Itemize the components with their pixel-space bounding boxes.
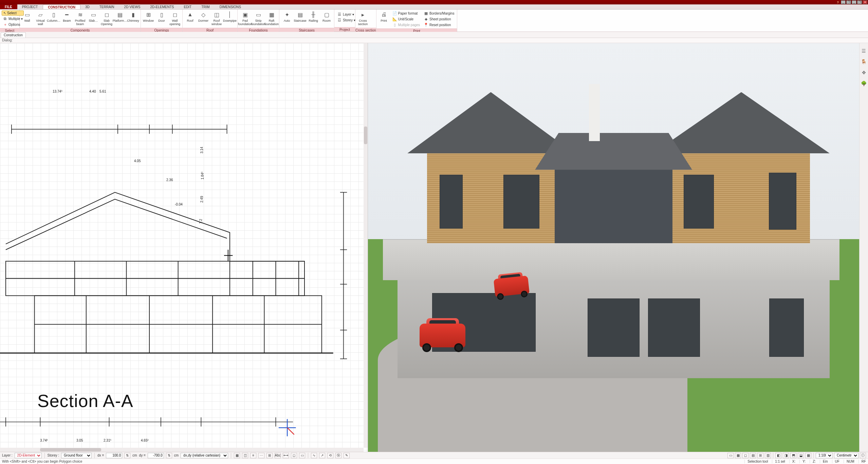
- snap-tool-12[interactable]: ✎: [344, 453, 350, 458]
- chimney-button[interactable]: ▮Chimney: [127, 10, 140, 27]
- borders-margins-button[interactable]: ▦Borders/Margins: [423, 11, 455, 16]
- tab-construction[interactable]: CONSTRUCTION: [43, 4, 80, 9]
- view-tool-7[interactable]: ◧: [775, 453, 781, 458]
- dim-right-a: 3.14: [200, 147, 204, 153]
- snap-tool-abc[interactable]: Abc: [275, 453, 281, 458]
- layer-dropdown[interactable]: ☰Layer ▾: [336, 12, 356, 17]
- tab-edit[interactable]: EDIT: [179, 4, 197, 9]
- dormer-button[interactable]: ◇Dormer: [197, 10, 210, 27]
- property-bar: Layer : 2D-Elemente Storey : Ground floo…: [0, 452, 868, 459]
- view-tool-10[interactable]: ⬓: [798, 453, 804, 458]
- staircase-button[interactable]: ▤Staircase: [294, 10, 307, 27]
- window-restore-small[interactable]: ❐: [857, 0, 862, 4]
- v-scroll-thumb[interactable]: [364, 127, 367, 144]
- h-scroll-thumb[interactable]: [40, 448, 101, 451]
- 3d-view-pane[interactable]: [368, 43, 859, 452]
- cross-section-button[interactable]: ▸ Cross section: [356, 10, 369, 27]
- snap-tool-3[interactable]: ≡: [250, 453, 256, 458]
- paper-format-button[interactable]: 📄Paper format: [391, 11, 421, 16]
- slab-opening-icon: ◻: [103, 11, 110, 18]
- slab-button[interactable]: ▭Slab…: [87, 10, 100, 27]
- view-tool-6[interactable]: ▥: [765, 453, 771, 458]
- snap-tool-11[interactable]: ⟲: [327, 453, 333, 458]
- chimney: [589, 84, 600, 141]
- snap-tool-9[interactable]: ∿: [311, 453, 317, 458]
- view-tool-1[interactable]: ▭: [727, 453, 734, 458]
- slab-opening-button[interactable]: ◻Slab Opening: [100, 10, 113, 27]
- wall-opening-button[interactable]: ◻Wall opening: [168, 10, 181, 27]
- virtual-wall-button[interactable]: ▱Virtual wall: [34, 10, 47, 27]
- coord-mode-select[interactable]: dx,dy (relative cartesian): [181, 453, 228, 458]
- level-3: -0.04: [175, 202, 183, 206]
- snap-tool-5[interactable]: ⊞: [266, 453, 273, 458]
- storey-dropdown[interactable]: ☲Storey ▾: [336, 17, 356, 23]
- info-tool[interactable]: ⓘ: [860, 453, 866, 458]
- chair-icon[interactable]: 🪑: [861, 59, 867, 65]
- roof-window-button[interactable]: ◫Roof window: [210, 10, 223, 27]
- help-icon[interactable]: ?: [837, 1, 839, 4]
- snap-tool-n[interactable]: Ⓝ: [335, 453, 341, 458]
- tree-icon[interactable]: 🌳: [861, 80, 867, 86]
- profiled-beam-button[interactable]: ≋Profiled beam: [74, 10, 87, 27]
- reset-position-button[interactable]: 📍Reset position: [423, 22, 455, 27]
- tab-2d-elements[interactable]: 2D-ELEMENTS: [145, 4, 179, 9]
- platform-button[interactable]: ▤Platform…: [113, 10, 126, 27]
- scale-select[interactable]: 1:100: [816, 453, 833, 458]
- railing-button[interactable]: ╫Railing: [307, 10, 320, 27]
- view-tool-3[interactable]: ◻: [742, 453, 749, 458]
- auto-button[interactable]: ✦Auto: [280, 10, 293, 27]
- room-button[interactable]: ▢Room: [320, 10, 333, 27]
- section-view-pane[interactable]: 13.74⁵ 4.40 5.61 4.05 2.36 -0.04 3.14 1.…: [0, 43, 368, 452]
- print-button[interactable]: 🖨 Print: [377, 10, 390, 27]
- downpipe-button[interactable]: │Downpipe: [223, 10, 236, 27]
- maximize-button[interactable]: ❐: [846, 0, 851, 4]
- view-tool-11[interactable]: ▦: [805, 453, 811, 458]
- tab-terrain[interactable]: TERRAIN: [95, 4, 119, 9]
- tab-3d[interactable]: 3D: [80, 4, 95, 9]
- snap-tool-4[interactable]: ⋯: [258, 453, 264, 458]
- view-tool-5[interactable]: ⊞: [757, 453, 763, 458]
- subtab-construction[interactable]: Construction: [1, 32, 26, 38]
- tab-file[interactable]: FILE: [0, 4, 17, 9]
- v-scrollbar[interactable]: [364, 43, 368, 448]
- view-tool-8[interactable]: ◨: [783, 453, 789, 458]
- beam-button[interactable]: ━Beam: [60, 10, 73, 27]
- minimize-button[interactable]: _: [841, 0, 846, 4]
- column-button[interactable]: ▯Column…: [47, 10, 60, 27]
- unit-select[interactable]: Centimetre: [834, 453, 858, 458]
- multiple-pages-button[interactable]: ▯Multiple pages: [391, 22, 421, 27]
- storey-select[interactable]: Ground floor: [61, 453, 92, 458]
- dy-input[interactable]: [148, 453, 164, 458]
- snap-tool-8[interactable]: ▭: [299, 453, 305, 458]
- tab-2d-views[interactable]: 2D VIEWS: [119, 4, 146, 9]
- sheet-position-button[interactable]: ◈Sheet position: [423, 16, 455, 22]
- snap-tool-6[interactable]: ⟷: [283, 453, 289, 458]
- wall-button[interactable]: ▭Wall: [21, 10, 34, 27]
- pad-foundation-button[interactable]: ▣Pad foundation: [239, 10, 252, 27]
- layers-icon[interactable]: ☰: [861, 48, 867, 54]
- tab-trim[interactable]: TRIM: [197, 4, 215, 9]
- dx-spinner[interactable]: ⇅: [124, 453, 130, 458]
- view-tool-4[interactable]: ▤: [750, 453, 756, 458]
- snap-tool-10[interactable]: ↗: [319, 453, 325, 458]
- dy-spinner[interactable]: ⇅: [166, 453, 172, 458]
- strip-foundation-button[interactable]: ▭Strip foundation: [252, 10, 265, 27]
- roof-button[interactable]: ▲Roof: [184, 10, 197, 27]
- snap-tool-1[interactable]: ▦: [234, 453, 240, 458]
- layer-select[interactable]: 2D-Elemente: [15, 453, 42, 458]
- dx-input[interactable]: [106, 453, 122, 458]
- unit-scale-button[interactable]: 📐Unit/Scale: [391, 16, 421, 22]
- window-close-small[interactable]: _: [852, 0, 856, 4]
- close-button[interactable]: ✕: [863, 0, 867, 4]
- move-icon[interactable]: ✥: [861, 70, 867, 76]
- door-button[interactable]: ▯Door: [155, 10, 168, 27]
- h-scrollbar[interactable]: [0, 448, 364, 452]
- view-tool-2[interactable]: ▦: [735, 453, 741, 458]
- raft-foundation-button[interactable]: ▦Raft foundation: [265, 10, 278, 27]
- view-tool-9[interactable]: ⬒: [790, 453, 796, 458]
- tab-project[interactable]: PROJECT: [17, 4, 43, 9]
- window-button[interactable]: ⊞Window: [142, 10, 155, 27]
- snap-tool-7[interactable]: ◻: [291, 453, 297, 458]
- snap-tool-2[interactable]: ◫: [242, 453, 248, 458]
- tab-dimensions[interactable]: DIMENSIONS: [215, 4, 246, 9]
